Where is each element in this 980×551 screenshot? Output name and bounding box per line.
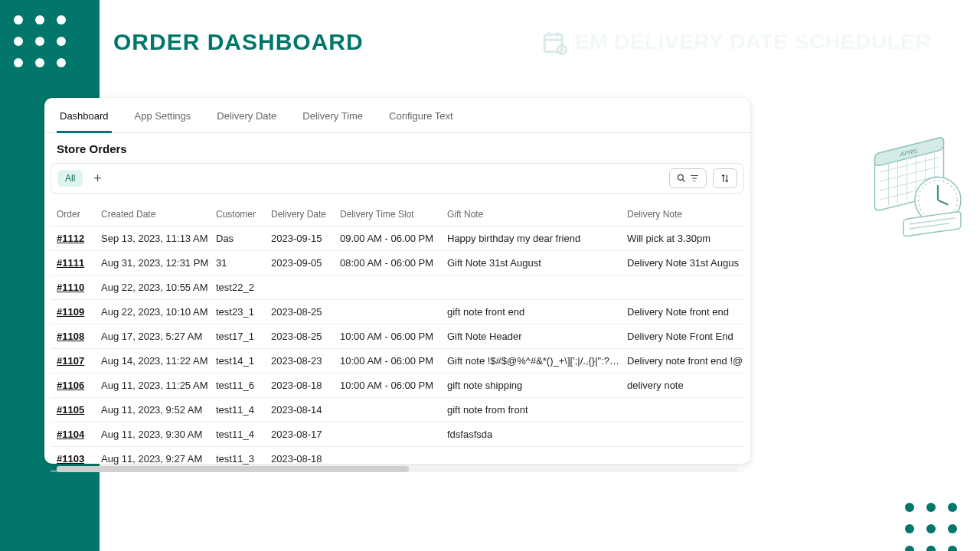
search-icon: [676, 173, 687, 184]
orders-table: Order Created Date Customer Delivery Dat…: [51, 203, 744, 472]
table-row: #1109Aug 22, 2023, 10:10 AMtest23_12023-…: [51, 300, 744, 324]
order-link[interactable]: #1109: [57, 306, 84, 318]
cell-customer: test11_6: [216, 380, 271, 391]
cell-gift-note: gift note front end: [447, 306, 627, 318]
cell-delivery-date: 2023-08-18: [271, 453, 340, 465]
cell-gift-note: fdsfasfsda: [447, 429, 627, 440]
scroll-thumb[interactable]: [57, 466, 409, 472]
col-created: Created Date: [101, 209, 216, 220]
table-row: #1106Aug 11, 2023, 11:25 AMtest11_62023-…: [51, 373, 744, 398]
cell-customer: test14_1: [216, 355, 271, 367]
cell-delivery-slot: 09.00 AM - 06.00 PM: [340, 233, 447, 244]
order-link[interactable]: #1111: [57, 257, 84, 269]
cell-customer: test17_1: [216, 331, 271, 342]
cell-customer: test23_1: [216, 306, 271, 318]
brand-watermark: EM DELIVERY DATE SCHEDULER: [541, 29, 931, 55]
col-delivery-note: Delivery Note: [627, 209, 744, 220]
table-row: #1107Aug 14, 2023, 11:22 AMtest14_12023-…: [51, 349, 744, 373]
cell-delivery-date: 2023-09-15: [271, 233, 340, 244]
table-row: #1110Aug 22, 2023, 10:55 AMtest22_2: [51, 276, 744, 300]
col-order: Order: [57, 209, 101, 220]
tab-app-settings[interactable]: App Settings: [132, 98, 194, 132]
cell-created: Aug 22, 2023, 10:10 AM: [101, 306, 216, 318]
cell-gift-note: Gift Note Header: [447, 331, 627, 342]
cell-delivery-date: 2023-08-25: [271, 306, 340, 318]
page-title: ORDER DASHBOARD: [113, 29, 364, 55]
cell-delivery-date: 2023-09-05: [271, 257, 340, 269]
svg-rect-0: [544, 34, 562, 52]
sort-button[interactable]: [713, 168, 737, 188]
order-link[interactable]: #1112: [57, 233, 84, 244]
cell-delivery-date: 2023-08-25: [271, 331, 340, 342]
cell-customer: test11_4: [216, 404, 271, 416]
cell-delivery-date: 2023-08-18: [271, 380, 340, 391]
cell-delivery-note: Will pick at 3.30pm: [627, 233, 744, 244]
table-header: Order Created Date Customer Delivery Dat…: [51, 203, 744, 227]
cell-created: Aug 14, 2023, 11:22 AM: [101, 355, 216, 367]
filter-lines-icon: [689, 173, 700, 184]
cell-created: Aug 22, 2023, 10:55 AM: [101, 282, 216, 293]
table-row: #1105Aug 11, 2023, 9:52 AMtest11_42023-0…: [51, 398, 744, 422]
cell-created: Aug 11, 2023, 11:25 AM: [101, 380, 216, 391]
orders-card: Dashboard App Settings Delivery Date Del…: [44, 98, 750, 464]
cell-customer: test22_2: [216, 282, 271, 293]
cell-gift-note: gift note from front: [447, 404, 627, 416]
tab-configure-text[interactable]: Configure Text: [386, 98, 456, 132]
tab-delivery-time[interactable]: Delivery Time: [299, 98, 366, 132]
table-row: #1112Sep 13, 2023, 11:13 AMDas2023-09-15…: [51, 227, 744, 251]
cell-created: Aug 11, 2023, 9:27 AM: [101, 453, 216, 465]
tab-delivery-date[interactable]: Delivery Date: [214, 98, 279, 132]
toolbar: All +: [51, 163, 744, 194]
cell-gift-note: Happy birthday my dear friend: [447, 233, 627, 244]
table-row: #1104Aug 11, 2023, 9:30 AMtest11_42023-0…: [51, 422, 744, 447]
cell-created: Sep 13, 2023, 11:13 AM: [101, 233, 216, 244]
col-customer: Customer: [216, 209, 271, 220]
cell-delivery-note: Delivery note front end !@: [627, 355, 744, 367]
cell-gift-note: Gift note !$#$@%^#&*()_+\][';|/.,{}|":?>…: [447, 355, 627, 367]
col-delivery-slot: Delivery Time Slot: [340, 209, 447, 220]
cell-customer: test11_3: [216, 453, 271, 465]
cell-customer: Das: [216, 233, 271, 244]
add-filter-button[interactable]: +: [89, 170, 106, 187]
order-link[interactable]: #1108: [57, 331, 84, 342]
search-filter-button[interactable]: [669, 168, 707, 188]
cell-delivery-slot: 10:00 AM - 06:00 PM: [340, 331, 447, 342]
calendar-clock-illustration: APRIL: [869, 129, 972, 251]
cell-customer: 31: [216, 257, 271, 269]
cell-gift-note: gift note shipping: [447, 380, 627, 391]
decorative-dots-bottom-right: [905, 503, 957, 551]
svg-point-2: [678, 174, 683, 180]
cell-created: Aug 17, 2023, 5:27 AM: [101, 331, 216, 342]
cell-delivery-note: Delivery Note Front End: [627, 331, 744, 342]
sort-arrows-icon: [720, 173, 730, 184]
cell-delivery-slot: 08:00 AM - 06:00 PM: [340, 257, 447, 269]
cell-delivery-date: 2023-08-23: [271, 355, 340, 367]
order-link[interactable]: #1110: [57, 282, 84, 293]
cell-created: Aug 11, 2023, 9:30 AM: [101, 429, 216, 440]
horizontal-scrollbar[interactable]: [57, 466, 738, 472]
calendar-clock-icon: [541, 29, 567, 55]
cell-gift-note: Gift Note 31st August: [447, 257, 627, 269]
cell-delivery-slot: 10:00 AM - 06:00 PM: [340, 380, 447, 391]
order-link[interactable]: #1107: [57, 355, 84, 367]
table-row: #1111Aug 31, 2023, 12:31 PM312023-09-050…: [51, 251, 744, 276]
cell-created: Aug 11, 2023, 9:52 AM: [101, 404, 216, 416]
tabs: Dashboard App Settings Delivery Date Del…: [44, 98, 750, 133]
cell-delivery-note: Delivery Note 31st Augus: [627, 257, 744, 269]
cell-created: Aug 31, 2023, 12:31 PM: [101, 257, 216, 269]
cell-delivery-date: 2023-08-17: [271, 429, 340, 440]
cell-delivery-note: Delivery Note front end: [627, 306, 744, 318]
cell-customer: test11_4: [216, 429, 271, 440]
order-link[interactable]: #1105: [57, 404, 84, 416]
cell-delivery-slot: 10:00 AM - 06:00 PM: [340, 355, 447, 367]
order-link[interactable]: #1104: [57, 429, 84, 440]
decorative-dots-top-left: [14, 15, 66, 67]
cell-delivery-date: 2023-08-14: [271, 404, 340, 416]
order-link[interactable]: #1103: [57, 453, 84, 465]
section-title: Store Orders: [44, 133, 750, 163]
filter-all-button[interactable]: All: [57, 170, 83, 187]
col-gift-note: Gift Note: [447, 209, 627, 220]
order-link[interactable]: #1106: [57, 380, 84, 391]
tab-dashboard[interactable]: Dashboard: [57, 98, 112, 133]
table-row: #1108Aug 17, 2023, 5:27 AMtest17_12023-0…: [51, 324, 744, 349]
